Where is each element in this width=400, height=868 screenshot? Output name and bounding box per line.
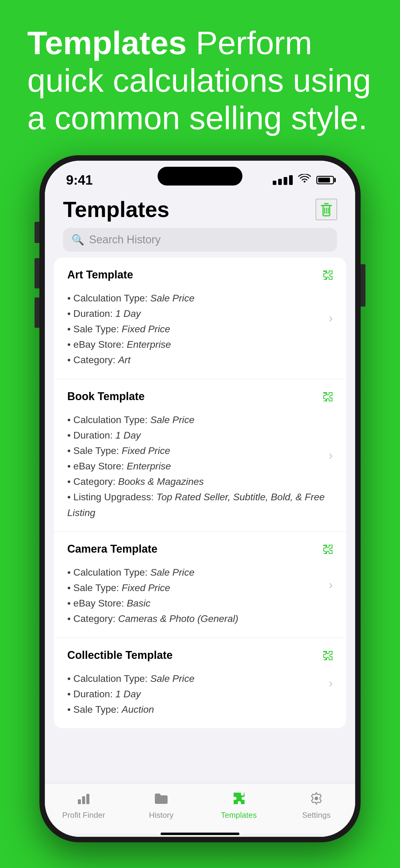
home-indicator	[45, 834, 355, 837]
tab-label-templates: Templates	[221, 810, 257, 820]
tab-profit-finder[interactable]: Profit Finder	[45, 789, 122, 820]
home-bar	[161, 833, 239, 835]
tab-history[interactable]: History	[122, 789, 200, 820]
search-icon: 🔍	[72, 234, 84, 246]
search-bar-container: 🔍 Search History	[45, 225, 355, 257]
template-name: Camera Template	[67, 542, 157, 555]
chevron-right-icon: ›	[329, 676, 333, 690]
puzzle-icon	[318, 390, 333, 408]
bar-chart-icon	[77, 789, 91, 807]
template-details: • Calculation Type: Sale Price • Duratio…	[67, 290, 333, 368]
status-icons	[273, 174, 334, 186]
phone-screen: 9:41	[45, 161, 355, 837]
template-item-art[interactable]: Art Template • Calculation Type: Sale Pr…	[54, 257, 346, 379]
template-name: Art Template	[67, 269, 133, 281]
tab-bar: Profit Finder History	[45, 783, 355, 834]
tab-label-history: History	[149, 810, 174, 820]
svg-rect-7	[82, 796, 85, 804]
chevron-right-icon: ›	[329, 578, 333, 591]
tab-settings[interactable]: Settings	[278, 789, 355, 820]
app-content: Templates 🔍 Search History	[45, 191, 355, 837]
status-bar: 9:41	[45, 161, 355, 191]
nav-bar: Templates	[45, 191, 355, 225]
hero-section: Templates Perform quick calculations usi…	[0, 0, 400, 155]
template-details: • Calculation Type: Sale Price • Duratio…	[67, 412, 333, 521]
puzzle-icon	[318, 649, 333, 667]
chevron-right-icon: ›	[329, 311, 333, 325]
delete-button[interactable]	[316, 199, 337, 220]
dynamic-island	[158, 167, 242, 186]
volume-up-button	[34, 258, 39, 288]
battery-icon	[316, 176, 334, 184]
svg-rect-8	[86, 794, 89, 804]
phone-frame: 9:41	[39, 155, 361, 842]
puzzle-icon	[318, 269, 333, 286]
puzzle-icon	[318, 542, 333, 560]
template-item-camera[interactable]: Camera Template • Calculation Type: Sale…	[54, 532, 346, 638]
list-container: Art Template • Calculation Type: Sale Pr…	[54, 257, 346, 728]
search-bar[interactable]: 🔍 Search History	[63, 228, 337, 251]
power-button	[361, 264, 366, 307]
folder-icon	[154, 789, 168, 807]
volume-down-button	[34, 298, 39, 328]
template-details: • Calculation Type: Sale Price • Sale Ty…	[67, 565, 333, 627]
puzzle-tab-icon	[231, 789, 246, 807]
template-item-book[interactable]: Book Template • Calculation Type: Sale P…	[54, 379, 346, 532]
signal-icon	[273, 175, 293, 185]
svg-rect-6	[78, 799, 81, 804]
page-title: Templates	[63, 197, 169, 222]
templates-list: Art Template • Calculation Type: Sale Pr…	[45, 257, 355, 783]
status-time: 9:41	[66, 173, 93, 188]
wifi-icon	[298, 174, 311, 186]
tab-label-settings: Settings	[302, 810, 331, 820]
template-name: Book Template	[67, 390, 145, 403]
template-details: • Calculation Type: Sale Price • Duratio…	[67, 671, 333, 718]
svg-point-9	[315, 797, 318, 800]
search-placeholder: Search History	[89, 234, 161, 246]
gear-icon	[309, 789, 323, 807]
tab-label-profit-finder: Profit Finder	[62, 810, 105, 820]
hero-title-bold: Templates	[27, 25, 187, 61]
template-item-collectible[interactable]: Collectible Template • Calculation Type:…	[54, 638, 346, 728]
template-name: Collectible Template	[67, 649, 172, 661]
chevron-right-icon: ›	[329, 448, 333, 462]
silent-switch	[34, 222, 39, 243]
tab-templates[interactable]: Templates	[200, 789, 278, 820]
